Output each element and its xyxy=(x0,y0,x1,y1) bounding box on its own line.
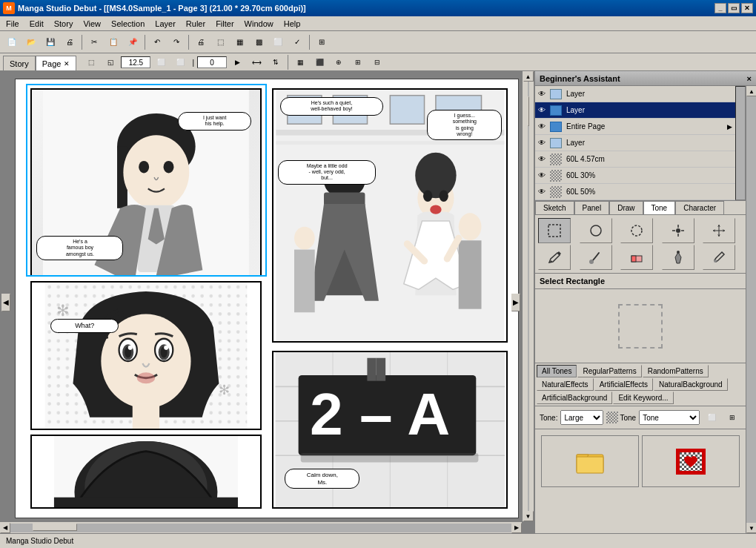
cat-artificial-effects[interactable]: ArtificialEffects xyxy=(594,378,653,391)
menu-window[interactable]: Window xyxy=(240,18,278,30)
tool-tab7[interactable]: ⇅ xyxy=(267,54,285,70)
tool-grid[interactable]: ⊞ xyxy=(313,34,331,50)
rotation-input[interactable]: 0 xyxy=(197,56,227,68)
tool-tab2[interactable]: ◱ xyxy=(102,54,119,70)
right-vscroll[interactable]: ▲ ▼ xyxy=(746,86,756,533)
layer-eye-2[interactable]: 👁 xyxy=(535,106,548,114)
menu-file[interactable]: File xyxy=(1,18,24,30)
canvas-vscroll[interactable]: ▲ ▼ xyxy=(522,71,534,521)
tool-pencil[interactable] xyxy=(538,245,571,270)
menu-help[interactable]: Help xyxy=(279,18,305,30)
layer-name-1[interactable]: Layer xyxy=(563,90,735,98)
tool-tab4[interactable]: ⬜ xyxy=(171,54,189,70)
cat-natural-background[interactable]: NaturalBackground xyxy=(654,378,728,391)
tone-size-select[interactable]: Large Medium Small xyxy=(560,410,603,425)
tool-tab12[interactable]: ⊟ xyxy=(368,54,386,70)
tool-dotted-ellipse[interactable] xyxy=(620,218,653,243)
cat-artificial-background[interactable]: ArtificialBackground xyxy=(537,392,612,404)
menu-layer[interactable]: Layer xyxy=(150,18,180,30)
tool-undo[interactable]: ↶ xyxy=(148,34,166,50)
tool-redo[interactable]: ↷ xyxy=(168,34,185,50)
tool-dropper[interactable] xyxy=(703,245,735,270)
tool-tab11[interactable]: ⊞ xyxy=(349,54,367,70)
scroll-up-btn[interactable]: ▲ xyxy=(523,71,534,82)
layer-eye-1[interactable]: 👁 xyxy=(535,90,548,98)
tool-tab5[interactable]: ▶ xyxy=(228,54,246,70)
layer-arrow-entire[interactable]: ▶ xyxy=(727,123,735,131)
cat-random-patterns[interactable]: RandomPatterns xyxy=(643,365,709,377)
tool-open[interactable]: 📂 xyxy=(22,34,40,50)
tool-eraser[interactable] xyxy=(620,245,653,270)
tab-panel[interactable]: Panel xyxy=(574,201,610,214)
zoom-input[interactable]: 12.5 xyxy=(121,56,150,68)
layer-eye-tone1[interactable]: 👁 xyxy=(535,155,548,163)
menu-view[interactable]: View xyxy=(79,18,105,30)
menu-edit[interactable]: Edit xyxy=(25,18,48,30)
layer-name-tone1[interactable]: 60L 4.57cm xyxy=(563,155,735,163)
scroll-vtrack[interactable] xyxy=(528,82,529,511)
menu-selection[interactable]: Selection xyxy=(107,18,149,30)
tool-b2[interactable]: ▩ xyxy=(250,34,268,50)
tab-story[interactable]: Story xyxy=(3,56,36,70)
scroll-left-btn[interactable]: ◀ xyxy=(0,523,10,533)
tool-paste[interactable]: 📌 xyxy=(124,34,142,50)
tool-b4[interactable]: ✓ xyxy=(288,34,306,50)
layer-eye-entire[interactable]: 👁 xyxy=(535,122,548,131)
scroll-htrack[interactable] xyxy=(10,524,511,532)
tool-tab6[interactable]: ⟷ xyxy=(248,54,265,70)
tone-name-select[interactable]: Tone xyxy=(639,410,700,425)
layer-eye-4[interactable]: 👁 xyxy=(535,139,548,147)
tool-tone-fill[interactable] xyxy=(662,245,694,270)
scroll-down-btn[interactable]: ▼ xyxy=(523,511,534,521)
assistant-close-btn[interactable]: × xyxy=(747,74,752,83)
tool-tab1[interactable]: ⬚ xyxy=(82,54,100,70)
tool-move[interactable] xyxy=(703,218,735,243)
tool-tab3[interactable]: ⬜ xyxy=(152,54,170,70)
cat-natural-effects[interactable]: NaturalEffects xyxy=(537,378,594,391)
layer-name-tone3[interactable]: 60L 50% xyxy=(563,188,735,196)
tool-brush[interactable] xyxy=(580,245,612,270)
right-scroll-down[interactable]: ▼ xyxy=(746,523,756,533)
tool-copy[interactable]: 📋 xyxy=(105,34,122,50)
tool-export[interactable]: ⬚ xyxy=(211,34,229,50)
right-scroll-up[interactable]: ▲ xyxy=(746,86,756,96)
tool-save[interactable]: 💾 xyxy=(42,34,59,50)
tool-tab10[interactable]: ⊕ xyxy=(330,54,348,70)
layer-vscroll[interactable] xyxy=(735,86,746,200)
scroll-right-btn[interactable]: ▶ xyxy=(511,523,522,533)
scroll-vthumb[interactable] xyxy=(528,96,529,126)
tool-b1[interactable]: ▦ xyxy=(231,34,248,50)
swatch-folder[interactable] xyxy=(541,435,639,487)
tool-print[interactable]: 🖨 xyxy=(61,34,79,50)
close-button[interactable]: ✕ xyxy=(741,3,753,13)
canvas-left-nav[interactable]: ◀ xyxy=(1,294,10,311)
canvas-hscroll[interactable]: ◀ ▶ xyxy=(0,521,522,533)
canvas-area[interactable]: ◀ ▶ xyxy=(0,71,534,533)
tab-sketch[interactable]: Sketch xyxy=(535,201,574,214)
tool-cut[interactable]: ✂ xyxy=(85,34,103,50)
tool-print2[interactable]: 🖨 xyxy=(192,34,210,50)
layer-name-2[interactable]: Layer xyxy=(563,106,735,114)
tool-b3[interactable]: ⬜ xyxy=(269,34,287,50)
tone-btn-1[interactable]: ⬜ xyxy=(703,409,720,426)
tab-character[interactable]: Character xyxy=(675,201,724,214)
tab-draw[interactable]: Draw xyxy=(609,201,643,214)
tool-magic-wand[interactable] xyxy=(662,218,694,243)
tool-tab8[interactable]: ▦ xyxy=(291,54,309,70)
tool-tab9[interactable]: ⬛ xyxy=(311,54,328,70)
minimize-button[interactable]: _ xyxy=(714,3,726,13)
swatch-checkerboard[interactable] xyxy=(642,435,740,487)
layer-eye-tone3[interactable]: 👁 xyxy=(535,188,548,196)
layer-name-entire[interactable]: Entire Page xyxy=(563,122,727,131)
tool-new[interactable]: 📄 xyxy=(3,34,21,50)
cat-edit-keyword[interactable]: Edit Keyword... xyxy=(613,392,673,404)
layer-eye-tone2[interactable]: 👁 xyxy=(535,171,548,179)
canvas-right-nav[interactable]: ▶ xyxy=(511,294,520,311)
menu-ruler[interactable]: Ruler xyxy=(182,18,210,30)
tool-select-rect[interactable] xyxy=(538,218,571,243)
layer-name-4[interactable]: Layer xyxy=(563,139,735,147)
layer-name-tone2[interactable]: 60L 30% xyxy=(563,171,735,179)
tool-lasso[interactable] xyxy=(580,218,612,243)
right-scroll-track[interactable] xyxy=(746,96,756,523)
tab-page[interactable]: Page ✕ xyxy=(36,56,77,70)
